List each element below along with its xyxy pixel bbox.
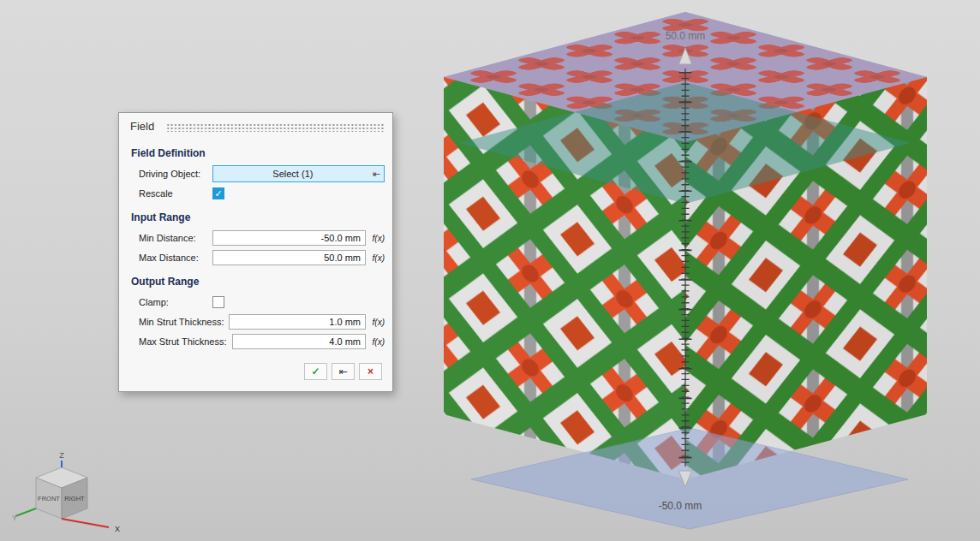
driving-object-value: Select (1) xyxy=(213,169,373,179)
view-cube[interactable]: FRONT RIGHT Z Y X xyxy=(9,449,133,538)
checkmark-icon: ✓ xyxy=(214,188,222,199)
min-strut-input[interactable] xyxy=(229,314,366,330)
min-strut-fx-button[interactable]: f(x) xyxy=(366,318,385,327)
axis-y-label: Y xyxy=(12,514,17,522)
axis-x-label: X xyxy=(115,525,120,533)
viewport-3d[interactable]: 50.0 mm -50.0 mm xyxy=(389,0,980,541)
section-heading-input-range: Input Range xyxy=(131,211,385,223)
confirm-button[interactable]: ✓ xyxy=(304,363,327,380)
fx-icon: f(x) xyxy=(373,234,385,243)
max-distance-row: Max Distance: f(x) xyxy=(139,249,385,266)
field-dialog: Field Field Definition Driving Object: S… xyxy=(118,112,393,392)
max-distance-fx-button[interactable]: f(x) xyxy=(366,253,385,263)
section-heading-output-range: Output Range xyxy=(131,276,385,288)
max-strut-input[interactable] xyxy=(232,334,367,349)
cancel-button[interactable]: × xyxy=(359,363,382,380)
section-heading-field-definition: Field Definition xyxy=(131,147,385,159)
bottom-plane xyxy=(471,428,908,529)
min-distance-label: Min Distance: xyxy=(139,233,212,243)
rescale-label: Rescale xyxy=(139,188,212,199)
clamp-row: Clamp: xyxy=(139,294,385,311)
axis-z-label: Z xyxy=(59,451,64,460)
max-distance-input[interactable] xyxy=(212,250,366,265)
view-cube-front-label: FRONT xyxy=(38,495,60,502)
clamp-checkbox[interactable] xyxy=(212,296,224,308)
x-axis xyxy=(62,519,109,527)
max-strut-label: Max Strut Thickness: xyxy=(139,336,232,347)
y-axis xyxy=(15,508,36,516)
min-distance-input[interactable] xyxy=(212,230,366,246)
max-distance-label: Max Distance: xyxy=(139,253,212,263)
clamp-label: Clamp: xyxy=(139,297,212,307)
ruler-bottom-label: -50.0 mm xyxy=(659,500,702,512)
rescale-row: Rescale ✓ xyxy=(139,185,385,202)
rescale-checkbox[interactable]: ✓ xyxy=(212,187,224,199)
picker-icon: ⇤ xyxy=(373,169,384,179)
min-strut-row: Min Strut Thickness: f(x) xyxy=(139,313,385,330)
dialog-title: Field xyxy=(130,120,154,133)
dialog-actions: ✓ ⇤ × xyxy=(130,363,382,380)
max-strut-row: Max Strut Thickness: f(x) xyxy=(139,333,385,350)
min-strut-label: Min Strut Thickness: xyxy=(139,317,229,327)
min-distance-fx-button[interactable]: f(x) xyxy=(366,234,385,243)
dialog-header: Field xyxy=(119,113,392,134)
ruler-top-label: 50.0 mm xyxy=(666,30,706,42)
driving-object-label: Driving Object: xyxy=(139,169,212,179)
driving-object-row: Driving Object: Select (1) ⇤ xyxy=(139,165,385,182)
reset-button[interactable]: ⇤ xyxy=(332,363,355,380)
view-cube-right-label: RIGHT xyxy=(64,495,85,502)
dialog-body: Field Definition Driving Object: Select … xyxy=(119,134,392,391)
driving-object-select-button[interactable]: Select (1) ⇤ xyxy=(212,165,385,182)
drag-handle[interactable] xyxy=(166,122,384,132)
fx-icon: f(x) xyxy=(373,318,385,327)
max-strut-fx-button[interactable]: f(x) xyxy=(366,337,385,347)
fx-icon: f(x) xyxy=(373,337,385,347)
fx-icon: f(x) xyxy=(373,253,385,263)
min-distance-row: Min Distance: f(x) xyxy=(139,229,385,247)
